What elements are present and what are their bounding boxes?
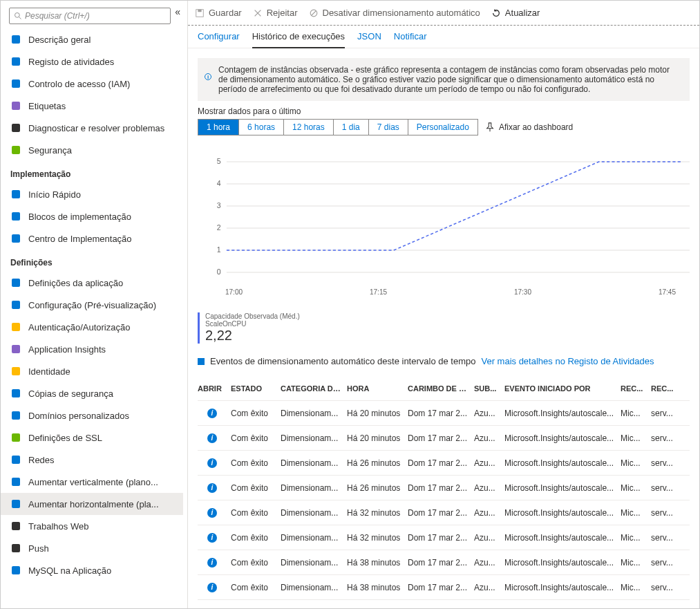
table-row[interactable]: i Com êxitoDimensionam...Há 38 minutosDo… [198,575,690,600]
svg-rect-2 [12,35,20,44]
sidebar-item[interactable]: Aumentar verticalmente (plano... [1,471,183,493]
table-row[interactable]: i Com êxitoDimensionam...Há 32 minutosDo… [198,525,690,550]
main-pane: Guardar Rejeitar Desativar dimensionamen… [188,1,699,608]
bulb-icon [10,344,21,355]
events-table: ABRIRESTADOCATEGORIA DE...HORACARIMBO DE… [198,376,690,600]
info-badge-icon: i [207,533,217,543]
table-header[interactable]: CARIMBO DE D... [408,384,474,393]
svg-rect-5 [12,102,20,110]
refresh-button[interactable]: Atualizar [491,8,540,18]
sidebar-item[interactable]: Redes [1,449,183,471]
sidebar-item-label: Cópias de segurança [28,388,113,399]
table-row[interactable]: i Com êxitoDimensionam...Há 38 minutosDo… [198,550,690,575]
info-badge-icon: i [207,508,217,518]
content-scroll[interactable]: i Contagem de instâncias observada - est… [188,48,699,608]
search-input[interactable]: Pesquisar (Ctrl+/) [9,8,171,24]
table-row[interactable]: i Com êxitoDimensionam...Há 26 minutosDo… [198,451,690,476]
sidebar-item[interactable]: Segurança [1,139,183,161]
tag-icon [10,100,21,111]
sidebar-item-label: Diagnosticar e resolver problemas [28,123,164,133]
sidebar-item-label: Segurança [28,145,72,156]
svg-rect-3 [12,57,20,66]
range-option[interactable]: 12 horas [284,120,334,135]
table-header[interactable]: SUB... [474,384,504,393]
sidebar: Pesquisar (Ctrl+/) « Descrição geralRegi… [1,1,188,608]
sidebar-item[interactable]: Application Insights [1,338,183,360]
sidebar-item-label: Autenticação/Autorização [28,322,130,332]
range-option[interactable]: 6 horas [239,120,284,135]
tab-historico[interactable]: Histórico de execuções [252,31,345,48]
svg-text:5: 5 [217,158,221,165]
sidebar-item[interactable]: MySQL na Aplicação [1,559,183,581]
sidebar-item[interactable]: Trabalhos Web [1,515,183,537]
info-badge-icon: i [207,583,217,592]
table-header[interactable]: EVENTO INICIADO POR [504,384,621,393]
info-badge-icon: i [207,433,217,443]
range-option[interactable]: Personalizado [408,120,477,135]
svg-rect-11 [12,279,20,287]
sidebar-item-label: Registo de atividades [28,57,114,67]
tab-notificar[interactable]: Notificar [394,31,427,48]
table-row[interactable]: i Com êxitoDimensionam...Há 32 minutosDo… [198,500,690,525]
toolbar: Guardar Rejeitar Desativar dimensionamen… [188,1,699,26]
sidebar-item-label: Push [28,543,49,554]
sidebar-item[interactable]: Cópias de segurança [1,382,183,404]
mysql-icon [10,565,21,576]
x-tick: 17:45 [659,288,676,296]
svg-rect-17 [12,411,20,420]
sidebar-item[interactable]: Etiquetas [1,95,183,117]
tab-json[interactable]: JSON [357,31,381,48]
save-button[interactable]: Guardar [195,8,242,18]
sidebar-item[interactable]: Diagnosticar e resolver problemas [1,117,183,139]
table-row[interactable]: i Com êxitoDimensionam...Há 26 minutosDo… [198,476,690,500]
svg-rect-19 [12,456,20,464]
sidebar-item[interactable]: Início Rápido [1,183,183,205]
sidebar-item[interactable]: Centro de Implementação [1,227,183,250]
svg-rect-6 [12,124,20,132]
table-header[interactable]: HORA [347,384,408,393]
disable-icon [309,8,319,18]
sidebar-item[interactable]: Blocos de implementação [1,205,183,227]
svg-rect-24 [12,566,20,574]
range-option[interactable]: 1 dia [334,120,369,135]
sidebar-item[interactable]: Registo de atividades [1,50,183,73]
table-row[interactable]: i Com êxitoDimensionam...Há 20 minutosDo… [198,401,690,426]
x-tick: 17:30 [514,288,531,296]
info-badge-icon: i [207,409,217,418]
sidebar-item[interactable]: Definições da aplicação [1,272,183,294]
sidebar-item[interactable]: Aumentar horizontalmente (pla... [1,493,183,515]
info-badge-icon: i [207,558,217,568]
collapse-sidebar-icon[interactable]: « [173,6,179,17]
svg-rect-22 [12,522,20,530]
sidebar-item-label: Definições da aplicação [28,278,123,288]
sidebar-scroll[interactable]: Descrição geralRegisto de atividadesCont… [1,28,187,608]
sidebar-item[interactable]: Descrição geral [1,28,183,50]
sidebar-item[interactable]: Controlo de acesso (IAM) [1,73,183,95]
sidebar-item-label: Trabalhos Web [28,521,88,532]
disable-autoscale-button[interactable]: Desativar dimensionamento automático [309,8,480,18]
activity-log-link[interactable]: Ver mais detalhes no Registo de Atividad… [481,356,654,366]
reject-button[interactable]: Rejeitar [253,8,298,18]
table-header[interactable]: ABRIR [198,384,231,393]
svg-rect-21 [12,500,20,508]
table-header[interactable]: REC... [621,384,651,393]
range-option[interactable]: 7 dias [369,120,408,135]
table-header[interactable]: REC... [651,384,681,393]
tab-configurar[interactable]: Configurar [198,31,240,48]
table-row[interactable]: i Com êxitoDimensionam...Há 20 minutosDo… [198,426,690,451]
sidebar-item-label: Aumentar horizontalmente (pla... [28,499,159,509]
range-option[interactable]: 1 hora [198,120,239,135]
collapse-section-icon[interactable] [198,358,205,365]
sidebar-item[interactable]: Push [1,537,183,559]
sidebar-item[interactable]: Configuração (Pré-visualização) [1,294,183,316]
svg-rect-13 [12,323,20,331]
sidebar-item[interactable]: Identidade [1,360,183,382]
pin-dashboard-button[interactable]: Afixar ao dashboard [485,122,573,132]
sidebar-item[interactable]: Domínios personalizados [1,404,183,427]
webjobs-icon [10,521,21,532]
sidebar-item[interactable]: Autenticação/Autorização [1,316,183,338]
sidebar-item[interactable]: Definições de SSL [1,427,183,449]
metric-value: 2,22 [205,328,690,344]
table-header[interactable]: ESTADO [231,384,281,393]
table-header[interactable]: CATEGORIA DE... [281,384,347,393]
